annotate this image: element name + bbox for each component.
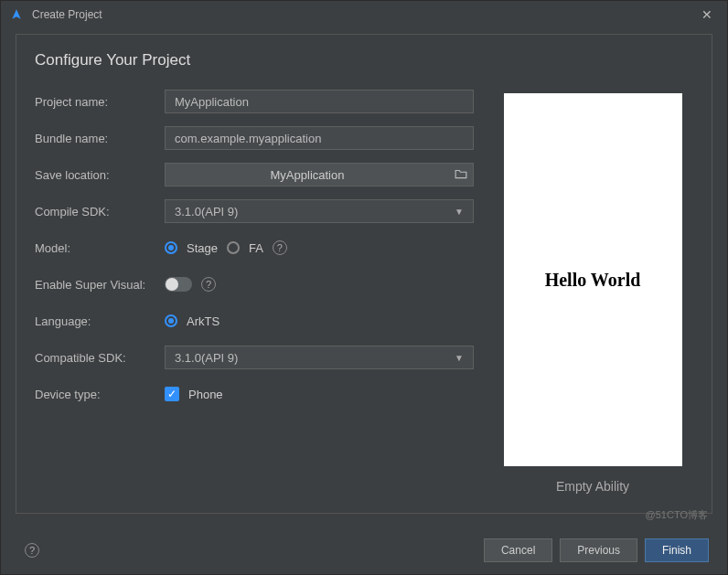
project-name-input[interactable] [165, 90, 474, 113]
window-title: Create Project [32, 8, 102, 21]
enable-super-visual-toggle[interactable] [165, 277, 192, 292]
save-location-value: MyApplication [166, 168, 449, 182]
main-panel: Configure Your Project Project name: Bun… [16, 34, 712, 514]
page-title: Configure Your Project [35, 51, 693, 69]
model-option-fa: FA [249, 241, 263, 255]
language-radio-arkts[interactable] [165, 314, 177, 327]
label-save-location: Save location: [35, 168, 165, 182]
compile-sdk-value: 3.1.0(API 9) [175, 205, 238, 218]
label-device-type: Device type: [35, 388, 165, 401]
device-type-checkbox-phone[interactable]: ✓ [165, 387, 179, 401]
model-option-stage: Stage [187, 241, 218, 255]
preview-text: Hello World [545, 270, 641, 291]
label-enable-super-visual: Enable Super Visual: [35, 278, 165, 292]
help-icon[interactable]: ? [201, 277, 216, 292]
language-option-arkts: ArkTS [187, 314, 219, 328]
chevron-down-icon: ▼ [455, 353, 464, 363]
device-type-option-phone: Phone [188, 388, 223, 401]
bundle-name-input[interactable] [165, 126, 474, 150]
preview-caption: Empty Ability [556, 479, 629, 494]
save-location-input[interactable]: MyApplication [165, 163, 474, 186]
label-language: Language: [35, 314, 165, 328]
finish-button[interactable]: Finish [645, 538, 709, 562]
folder-icon[interactable] [449, 167, 473, 182]
chevron-down-icon: ▼ [455, 207, 464, 217]
label-model: Model: [35, 241, 165, 255]
watermark: @51CTO博客 [646, 508, 708, 522]
label-bundle-name: Bundle name: [35, 132, 165, 145]
help-icon[interactable]: ? [25, 543, 39, 558]
titlebar: Create Project ✕ [1, 1, 727, 28]
footer: ? Cancel Previous Finish [1, 527, 727, 574]
label-project-name: Project name: [35, 95, 165, 109]
app-logo-icon [10, 8, 23, 21]
model-radio-stage[interactable] [165, 241, 177, 254]
preview-device: Hello World [504, 93, 682, 466]
label-compatible-sdk: Compatible SDK: [35, 351, 165, 365]
label-compile-sdk: Compile SDK: [35, 205, 165, 218]
form-column: Project name: Bundle name: Save location… [35, 90, 474, 504]
close-icon[interactable]: ✕ [696, 7, 718, 22]
compatible-sdk-select[interactable]: 3.1.0(API 9) ▼ [165, 346, 474, 369]
preview-column: Hello World Empty Ability [492, 90, 693, 504]
model-radio-fa[interactable] [227, 241, 240, 254]
compatible-sdk-value: 3.1.0(API 9) [175, 351, 238, 365]
help-icon[interactable]: ? [273, 240, 287, 255]
compile-sdk-select[interactable]: 3.1.0(API 9) ▼ [165, 199, 474, 223]
previous-button[interactable]: Previous [560, 538, 637, 562]
cancel-button[interactable]: Cancel [484, 538, 552, 562]
